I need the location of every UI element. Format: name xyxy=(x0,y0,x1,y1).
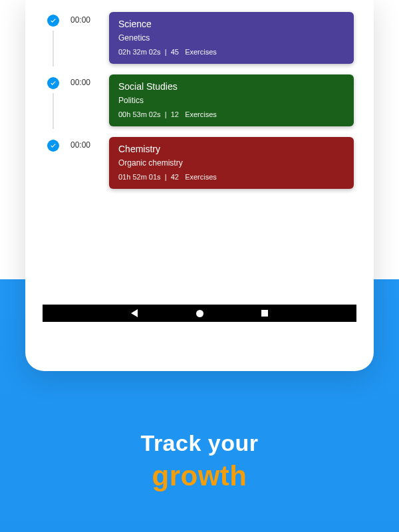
subject-title: Chemistry xyxy=(118,144,344,154)
caption-line1: Track your xyxy=(0,430,399,456)
subject-title: Science xyxy=(118,19,344,29)
timeline-connector xyxy=(53,31,54,66)
entry-time: 00:00 xyxy=(70,78,96,87)
subject-card[interactable]: Chemistry Organic chemistry 01h 52m 01s … xyxy=(109,137,354,189)
nav-recent-button[interactable] xyxy=(261,309,269,317)
check-icon xyxy=(47,15,59,27)
marketing-caption: Track your growth xyxy=(0,430,399,492)
timeline-entry: 00:00 Social Studies Politics 00h 53m 02… xyxy=(45,74,354,129)
check-icon xyxy=(47,140,59,152)
subject-meta: 00h 53m 02s | 12 Exercises xyxy=(118,110,344,118)
entry-time: 00:00 xyxy=(70,15,96,25)
subject-topic: Organic chemistry xyxy=(118,158,344,168)
nav-home-button[interactable] xyxy=(196,309,203,317)
check-icon xyxy=(47,77,59,89)
entry-time: 00:00 xyxy=(70,140,96,150)
subject-card[interactable]: Science Genetics 02h 32m 02s | 45 Exerci… xyxy=(109,12,354,64)
subject-topic: Genetics xyxy=(118,33,344,43)
android-navbar xyxy=(43,305,356,322)
subject-topic: Politics xyxy=(118,96,344,105)
caption-line2: growth xyxy=(0,460,399,492)
timeline-connector xyxy=(53,93,54,129)
timeline-entry: 00:00 Science Genetics 02h 32m 02s | 45 … xyxy=(45,12,354,66)
study-timeline: 00:00 Science Genetics 02h 32m 02s | 45 … xyxy=(25,0,374,189)
subject-meta: 01h 52m 01s | 42 Exercises xyxy=(118,173,344,181)
subject-meta: 02h 32m 02s | 45 Exercises xyxy=(118,48,344,56)
timeline-entry: 00:00 Chemistry Organic chemistry 01h 52… xyxy=(45,137,354,189)
device-frame: 00:00 Science Genetics 02h 32m 02s | 45 … xyxy=(25,0,374,371)
subject-title: Social Studies xyxy=(118,81,344,92)
nav-back-button[interactable] xyxy=(130,309,138,317)
subject-card[interactable]: Social Studies Politics 00h 53m 02s | 12… xyxy=(109,74,354,126)
